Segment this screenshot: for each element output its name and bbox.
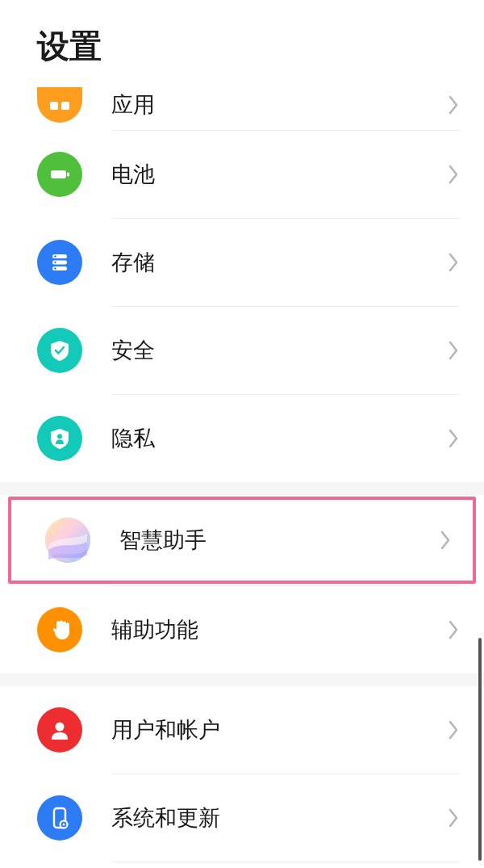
storage-icon [37,240,82,285]
privacy-icon [37,416,82,461]
scrollbar-thumb[interactable] [478,638,482,861]
row-label: 用户和帐户 [111,715,447,744]
row-label: 应用 [111,90,447,120]
settings-row-accessibility[interactable]: 辅助功能 [0,586,484,673]
chevron-right-icon [447,163,460,186]
shield-icon [37,328,82,373]
chevron-right-icon [447,807,460,829]
hand-icon [37,607,82,652]
row-label: 辅助功能 [111,615,447,644]
assistant-icon [45,518,90,563]
settings-row-apps[interactable]: 应用 [0,80,484,130]
svg-rect-0 [50,102,58,110]
svg-point-15 [63,824,65,826]
page-title: 设置 [0,0,484,80]
settings-row-security[interactable]: 安全 [0,307,484,394]
svg-rect-1 [61,102,69,110]
svg-point-7 [54,255,56,257]
settings-row-privacy[interactable]: 隐私 [0,395,484,482]
row-label: 存储 [111,248,447,277]
row-label: 系统和更新 [111,803,447,832]
settings-row-accounts[interactable]: 用户和帐户 [0,686,484,774]
group-separator [0,673,484,686]
settings-row-about[interactable]: 关于手机 [0,862,484,868]
settings-group-1: 应用 电池 存储 [0,80,484,482]
settings-row-storage[interactable]: 存储 [0,219,484,306]
apps-icon [37,87,82,123]
chevron-right-icon [447,94,460,116]
row-label: 电池 [111,160,447,189]
svg-point-9 [54,267,56,269]
chevron-right-icon [439,529,452,551]
row-label: 安全 [111,336,447,365]
chevron-right-icon [447,427,460,450]
row-label: 隐私 [111,424,447,453]
phone-gear-icon [37,795,82,841]
settings-row-system[interactable]: 系统和更新 [0,774,484,862]
group-separator [0,482,484,495]
chevron-right-icon [447,251,460,274]
svg-rect-2 [51,170,66,178]
settings-row-battery[interactable]: 电池 [0,131,484,218]
chevron-right-icon [447,719,460,741]
svg-point-12 [56,723,65,732]
svg-rect-3 [67,173,69,177]
row-label: 智慧助手 [119,526,439,555]
settings-group-3: 用户和帐户 系统和更新 [0,686,484,868]
svg-point-8 [54,262,56,263]
svg-point-10 [57,434,62,439]
chevron-right-icon [447,339,460,362]
chevron-right-icon [447,619,460,641]
user-icon [37,707,82,753]
settings-group-2: 智慧助手 辅助功能 [0,497,484,673]
battery-icon [37,152,82,197]
settings-row-assistant[interactable]: 智慧助手 [8,497,476,584]
